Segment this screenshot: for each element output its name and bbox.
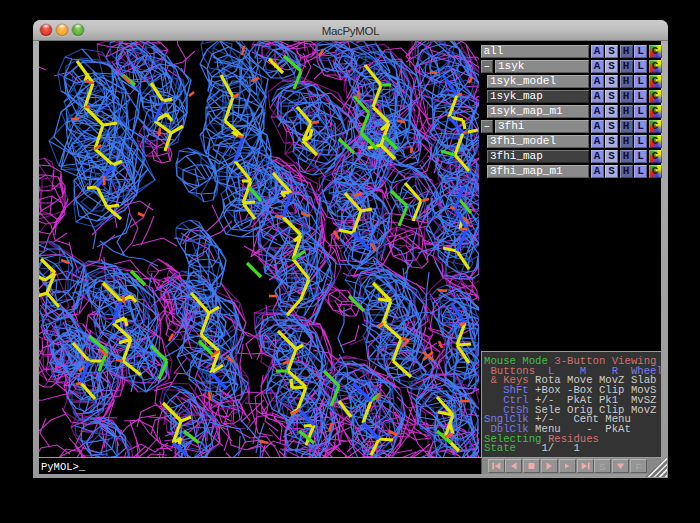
svg-text:F: F xyxy=(636,461,642,472)
svg-text:S: S xyxy=(600,461,606,472)
